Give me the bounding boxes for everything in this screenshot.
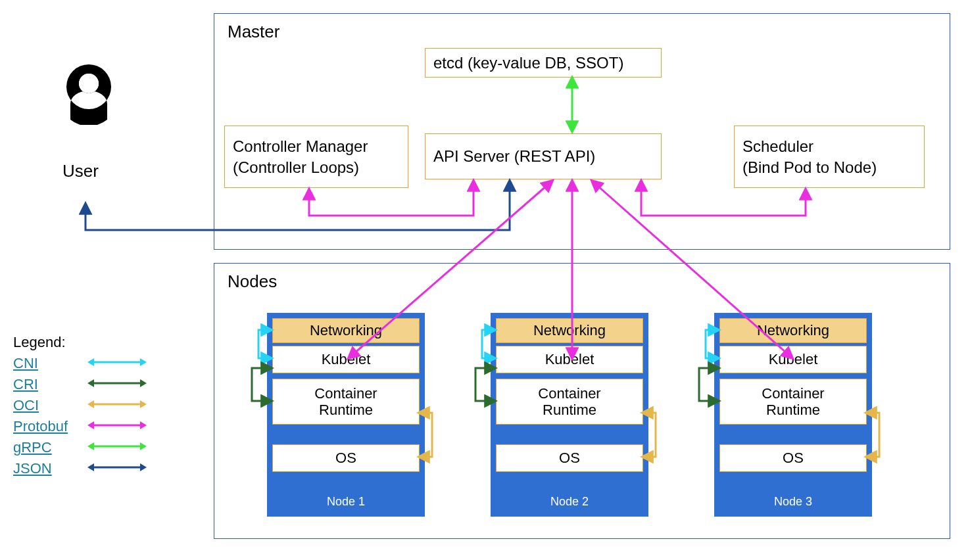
legend-arrow-icon [87, 420, 147, 433]
legend-arrow-icon [87, 357, 147, 370]
node-networking: Networking [272, 318, 420, 343]
runtime-l2: Runtime [766, 402, 820, 418]
legend-link-json[interactable]: JSON [13, 458, 76, 479]
node-kubelet: Kubelet [496, 346, 643, 373]
legend-link-cri[interactable]: CRI [13, 374, 76, 395]
node-os: OS [496, 444, 643, 472]
node-container-runtime: ContainerRuntime [719, 379, 867, 425]
runtime-l1: Container [538, 385, 600, 402]
node-3: Networking Kubelet ContainerRuntime OS N… [714, 313, 872, 517]
node-networking: Networking [719, 318, 867, 343]
runtime-l2: Runtime [319, 402, 373, 418]
legend: Legend: CNICRIOCIProtobufgRPCJSON [13, 332, 147, 479]
node-name-label: Node 2 [491, 495, 648, 509]
controller-l1: Controller Manager [233, 136, 368, 156]
legend-link-grpc[interactable]: gRPC [13, 437, 76, 458]
etcd-box: etcd (key-value DB, SSOT) [425, 48, 662, 78]
node-2: Networking Kubelet ContainerRuntime OS N… [491, 313, 648, 517]
scheduler-box: Scheduler (Bind Pod to Node) [734, 126, 925, 188]
runtime-l1: Container [762, 385, 824, 402]
runtime-l2: Runtime [543, 402, 596, 418]
api-server-box: API Server (REST API) [425, 133, 662, 179]
legend-row: OCI [13, 395, 147, 416]
user-label: User [62, 161, 99, 181]
svg-point-0 [79, 74, 99, 93]
legend-row: gRPC [13, 437, 147, 458]
scheduler-l1: Scheduler [742, 136, 813, 156]
legend-row: CNI [13, 353, 147, 374]
legend-row: Protobuf [13, 416, 147, 437]
node-name-label: Node 3 [714, 495, 872, 509]
node-container-runtime: ContainerRuntime [496, 379, 643, 425]
node-container-runtime: ContainerRuntime [272, 379, 420, 425]
user-icon [56, 59, 122, 125]
master-container: Master etcd (key-value DB, SSOT) Control… [214, 13, 950, 250]
legend-link-protobuf[interactable]: Protobuf [13, 416, 76, 437]
etcd-label: etcd (key-value DB, SSOT) [433, 53, 623, 73]
node-1: Networking Kubelet ContainerRuntime OS N… [267, 313, 425, 517]
node-networking: Networking [496, 318, 643, 343]
nodes-container: Nodes Networking Kubelet ContainerRuntim… [214, 263, 950, 539]
scheduler-l2: (Bind Pod to Node) [742, 157, 877, 177]
legend-row: JSON [13, 458, 147, 479]
node-name-label: Node 1 [267, 495, 425, 509]
node-kubelet: Kubelet [719, 346, 867, 373]
legend-row: CRI [13, 374, 147, 395]
nodes-title: Nodes [228, 271, 277, 292]
api-server-label: API Server (REST API) [433, 146, 595, 166]
legend-arrow-icon [87, 462, 147, 475]
legend-arrow-icon [87, 378, 147, 391]
runtime-l1: Container [314, 385, 377, 402]
node-os: OS [719, 444, 867, 472]
master-title: Master [228, 22, 279, 42]
legend-link-oci[interactable]: OCI [13, 395, 76, 416]
legend-link-cni[interactable]: CNI [13, 353, 76, 374]
legend-arrow-icon [87, 399, 147, 412]
controller-l2: (Controller Loops) [233, 157, 359, 177]
legend-title: Legend: [13, 332, 147, 353]
legend-arrow-icon [87, 441, 147, 454]
controller-manager-box: Controller Manager (Controller Loops) [224, 126, 408, 188]
node-os: OS [272, 444, 420, 472]
node-kubelet: Kubelet [272, 346, 420, 373]
